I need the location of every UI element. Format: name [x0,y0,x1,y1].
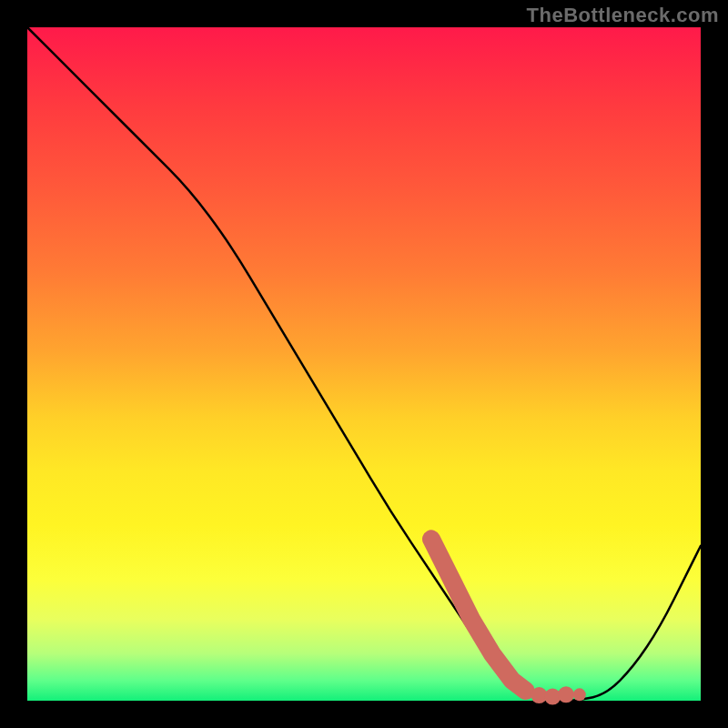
highlight-steep-stroke [431,539,526,691]
bottleneck-curve-line [27,27,701,701]
highlight-dot [558,686,574,703]
highlight-overlay [431,539,586,704]
highlight-dot [573,688,586,701]
chart-svg [27,27,701,701]
plot-area [27,27,701,701]
chart-frame: TheBottleneck.com [0,0,728,728]
watermark-text: TheBottleneck.com [527,4,719,27]
